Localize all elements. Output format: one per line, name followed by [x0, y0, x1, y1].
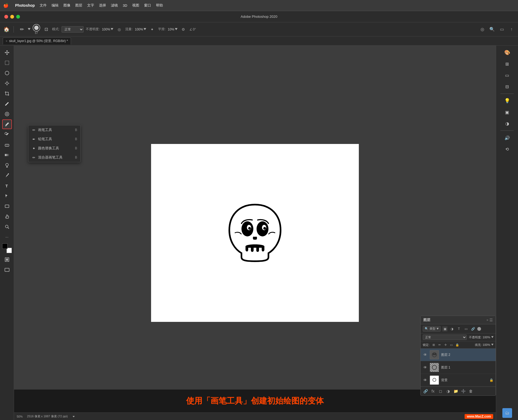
color-selector[interactable]: [2, 243, 12, 253]
filter-pixel-btn[interactable]: ▣: [442, 326, 448, 332]
zoom-tool[interactable]: [2, 222, 12, 232]
filter-smart-btn[interactable]: 🔗: [470, 326, 476, 332]
menu-view[interactable]: 视图: [132, 3, 139, 8]
group-btn[interactable]: 📁: [453, 388, 458, 394]
layer-row-bg[interactable]: 👁 背景 🔒: [421, 374, 496, 387]
close-button[interactable]: [4, 15, 8, 19]
share-icon[interactable]: ↑: [508, 26, 515, 33]
panel-icon-dodge[interactable]: ◑: [502, 119, 512, 128]
document-tab[interactable]: × skull_layer1.jpg @ 50% (背景, RGB/8#) *: [3, 37, 71, 44]
menu-filter[interactable]: 滤镜: [111, 3, 118, 8]
filter-adjust-btn[interactable]: ◑: [449, 326, 455, 332]
marquee-tool[interactable]: [2, 58, 12, 68]
layers-menu-btn[interactable]: ☰: [489, 318, 493, 322]
shape-tool[interactable]: [2, 201, 12, 211]
menu-text[interactable]: 文字: [87, 3, 94, 8]
color-replace-option[interactable]: ✦ 颜色替换工具 B: [28, 144, 80, 153]
minimize-button[interactable]: [10, 15, 14, 19]
lasso-tool[interactable]: [2, 68, 12, 78]
panel-icon-adjust[interactable]: ⊟: [502, 82, 512, 91]
brush-tool-group[interactable]: ✏: [17, 25, 30, 34]
gradient-tool[interactable]: [2, 150, 12, 160]
menu-help[interactable]: 帮助: [156, 3, 163, 8]
angle-group[interactable]: ∠ 0°: [189, 27, 196, 31]
mask-btn[interactable]: ◻: [438, 388, 443, 394]
menu-3d[interactable]: 3D: [123, 4, 127, 8]
hand-tool[interactable]: [2, 212, 12, 221]
panel-icon[interactable]: ▭: [498, 26, 506, 33]
tab-close-button[interactable]: ×: [6, 39, 7, 43]
mixer-brush-option[interactable]: ✏ 混合器画笔工具 B: [28, 153, 80, 162]
panel-icon-libraries[interactable]: 🎨: [502, 48, 512, 57]
panel-icon-grid[interactable]: ⊞: [502, 59, 512, 69]
move-tool[interactable]: [2, 48, 12, 57]
menu-image[interactable]: 图像: [63, 3, 70, 8]
menu-layer[interactable]: 图层: [75, 3, 82, 8]
more-tools[interactable]: ···: [2, 232, 12, 242]
foreground-color[interactable]: [2, 243, 8, 249]
panel-icon-transform[interactable]: ⟲: [502, 144, 512, 154]
brush-size-display[interactable]: 67: [33, 24, 40, 35]
panel-icon-frame[interactable]: ▭: [502, 70, 512, 80]
panel-icon-layers-active[interactable]: 🗂: [502, 408, 512, 418]
filter-text-btn[interactable]: T: [456, 326, 462, 332]
crop-tool[interactable]: [2, 89, 12, 98]
pen-tool[interactable]: [2, 171, 12, 180]
layer-bg-eye[interactable]: 👁: [423, 378, 428, 383]
flow-group[interactable]: 100%: [135, 27, 146, 31]
layer-row-1[interactable]: 👁 图层 1: [421, 361, 496, 374]
lock-pixels-btn[interactable]: ✏: [437, 342, 442, 347]
app-name[interactable]: Photoshop: [15, 3, 35, 8]
panel-icon-light[interactable]: 💡: [502, 96, 512, 106]
airbrush-icon[interactable]: ✦: [148, 26, 156, 33]
mode-toggle-icon[interactable]: ⊡: [42, 26, 50, 33]
apple-menu[interactable]: 🍎: [3, 3, 9, 8]
pencil-tool-option[interactable]: ✒ 铅笔工具 B: [28, 135, 80, 144]
clone-tool[interactable]: [2, 130, 12, 139]
pressure-icon[interactable]: ◎: [115, 26, 123, 33]
opacity-group[interactable]: 100%: [102, 27, 114, 31]
screen-mode-tool[interactable]: [2, 265, 12, 275]
menu-file[interactable]: 文件: [40, 3, 47, 8]
eraser-tool[interactable]: [2, 140, 12, 150]
smooth-settings-icon[interactable]: ⚙: [180, 26, 187, 33]
dodge-tool[interactable]: [2, 160, 12, 170]
delete-layer-btn[interactable]: 🗑: [468, 388, 473, 394]
path-select-tool[interactable]: [2, 191, 12, 201]
new-layer-btn[interactable]: ➕: [461, 388, 466, 394]
menu-window[interactable]: 窗口: [144, 3, 151, 8]
menu-edit[interactable]: 编辑: [52, 3, 59, 8]
heal-tool[interactable]: [2, 109, 12, 119]
lock-transparent-btn[interactable]: ⊞: [431, 342, 436, 347]
lock-artboard-btn[interactable]: ▭: [449, 342, 454, 347]
brush-dropdown-arrow[interactable]: [28, 28, 30, 31]
adjustment-btn[interactable]: ◑: [445, 388, 451, 394]
home-icon[interactable]: 🏠: [3, 26, 10, 33]
layer-2-eye[interactable]: 👁: [423, 352, 428, 357]
text-tool[interactable]: T: [2, 181, 12, 191]
history-icon[interactable]: ◎: [479, 26, 486, 33]
magic-wand-tool[interactable]: [2, 78, 12, 88]
mode-dropdown[interactable]: 正常 溶解 正片叠底: [62, 26, 84, 33]
layer-row-2[interactable]: 👁 图层 2: [421, 349, 496, 361]
layers-filter-dropdown[interactable]: 🔍 类型: [423, 326, 441, 332]
effects-btn[interactable]: fx: [430, 388, 436, 394]
layer-1-eye[interactable]: 👁: [423, 365, 428, 370]
eyedropper-tool[interactable]: [2, 99, 12, 109]
link-layers-btn[interactable]: 🔗: [423, 388, 428, 394]
panel-icon-channels[interactable]: ▣: [502, 107, 512, 117]
layers-expand-btn[interactable]: »: [486, 318, 488, 322]
smooth-group[interactable]: 10%: [168, 27, 178, 31]
filter-toggle-btn[interactable]: [477, 327, 481, 331]
blend-mode-dropdown[interactable]: 正常 溶解: [423, 335, 467, 340]
filter-shape-btn[interactable]: ▭: [463, 326, 469, 332]
brush-tool[interactable]: [2, 119, 12, 129]
search-icon[interactable]: 🔍: [488, 26, 496, 33]
menu-select[interactable]: 选择: [99, 3, 106, 8]
panel-icon-audio[interactable]: 🔊: [502, 133, 512, 143]
maximize-button[interactable]: [16, 15, 20, 19]
quick-mask-tool[interactable]: [2, 255, 12, 264]
lock-position-btn[interactable]: ✛: [443, 342, 448, 347]
lock-all-btn[interactable]: 🔒: [455, 342, 460, 347]
brush-tool-option[interactable]: ✏ 画笔工具 B: [28, 125, 80, 135]
